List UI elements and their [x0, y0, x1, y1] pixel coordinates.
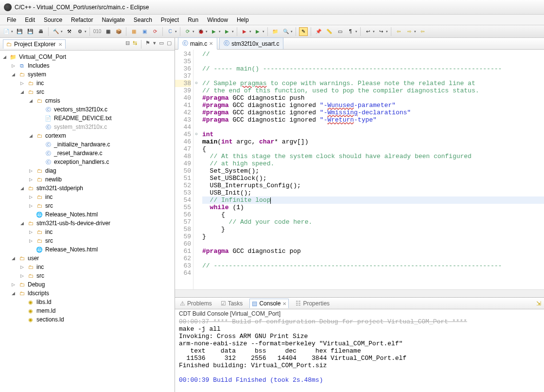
view-menu-icon[interactable]: ▾ — [153, 40, 156, 49]
console-output[interactable]: 00:00:37 **** Build of configuration Deb… — [175, 318, 544, 392]
tree-item[interactable]: ▷🗀src — [2, 236, 175, 245]
tree-item[interactable]: ▷🗀src — [2, 271, 175, 280]
minimize-icon[interactable]: ▭ — [159, 40, 164, 49]
tree-item[interactable]: ▷🗀src — [2, 201, 175, 210]
tree-item[interactable]: ◢🗀cortexm — [2, 131, 175, 140]
collapse-icon[interactable]: ◢ — [2, 54, 7, 59]
expand-icon[interactable]: ▷ — [11, 63, 16, 68]
save-icon[interactable]: 💾 — [15, 27, 24, 36]
package-icon[interactable]: 📦 — [114, 27, 123, 36]
build-icon[interactable]: 🔨 — [52, 27, 60, 36]
expand-icon[interactable]: ▷ — [19, 273, 25, 278]
collapse-icon[interactable]: ◢ — [19, 186, 25, 191]
block-select-icon[interactable]: ▭ — [335, 27, 344, 36]
tree-item[interactable]: ▷🗀inc — [2, 79, 175, 88]
tree-item[interactable]: 🌐Release_Notes.html — [2, 210, 175, 219]
menu-run[interactable]: Run — [184, 16, 202, 24]
tree-item[interactable]: ▷🗀newlib — [2, 175, 175, 184]
tree-item[interactable]: ▷🗀inc — [2, 228, 175, 236]
expand-icon[interactable]: ▷ — [19, 265, 25, 269]
tab-problems[interactable]: ⚠Problems — [178, 299, 214, 308]
code-editor[interactable]: 3435363738394041424344454647484950515253… — [175, 50, 544, 289]
maximize-icon[interactable]: ▢ — [167, 40, 172, 49]
tree-item[interactable]: ◢🗀src — [2, 88, 175, 96]
grid-icon[interactable]: ▦ — [129, 27, 138, 36]
tree-item[interactable]: ◉sections.ld — [2, 315, 175, 324]
collapse-icon[interactable]: ◢ — [11, 72, 16, 77]
folder-open-icon[interactable]: 📁 — [271, 27, 280, 36]
tree-item[interactable]: ▷🗀diag — [2, 166, 175, 175]
tree-item[interactable]: ▷🗀inc — [2, 193, 175, 201]
tree-item[interactable]: ⓒsystem_stm32f10x.c — [2, 123, 175, 131]
tree-item[interactable]: ▷⧉Includes — [2, 61, 175, 70]
tree-item[interactable]: ▷🗀inc — [2, 263, 175, 271]
filter-icon[interactable]: ⚑ — [145, 40, 150, 49]
menu-search[interactable]: Search — [130, 16, 156, 24]
nav-back-drop-icon[interactable]: ↩ — [364, 27, 372, 36]
code-area[interactable]: //// ----- main() ----------------------… — [199, 50, 544, 289]
build-all-icon[interactable]: ⚒ — [65, 27, 73, 36]
expand-icon[interactable]: ▷ — [28, 195, 34, 199]
collapse-icon[interactable]: ◢ — [11, 256, 16, 261]
new-icon[interactable]: 📄 — [2, 27, 11, 36]
tree-item[interactable]: ◉mem.ld — [2, 306, 175, 315]
close-icon[interactable]: ✕ — [282, 301, 286, 306]
debug-icon[interactable]: 🐞 — [196, 27, 205, 36]
show-whitespace-icon[interactable]: ¶ — [346, 27, 355, 36]
tree-item[interactable]: ⓒ_initialize_hardware.c — [2, 140, 175, 149]
tree-item[interactable]: ▷🗀Debug — [2, 280, 175, 289]
collapse-icon[interactable]: ◢ — [19, 221, 25, 226]
tab-tasks[interactable]: ☑Tasks — [219, 299, 245, 308]
expand-icon[interactable]: ▷ — [11, 282, 16, 287]
close-icon[interactable]: ✕ — [209, 41, 213, 46]
tree-item[interactable]: ◢🗀system — [2, 70, 175, 79]
tree-item[interactable]: ◢🗀ldscripts — [2, 289, 175, 298]
menu-file[interactable]: File — [3, 16, 20, 24]
editor-tab[interactable]: ⓒstm32f10x_usart.c — [219, 37, 283, 50]
pin-icon[interactable]: 📌 — [314, 27, 323, 36]
collapse-all-icon[interactable]: ⊟ — [125, 40, 130, 49]
horizontal-scrollbar[interactable] — [175, 289, 544, 297]
expand-icon[interactable]: ▷ — [28, 168, 34, 173]
expand-icon[interactable]: ▷ — [28, 238, 34, 243]
menu-source[interactable]: Source — [40, 16, 66, 24]
menu-refactor[interactable]: Refactor — [67, 16, 97, 24]
tree-item[interactable]: 🌐Release_Notes.html — [2, 245, 175, 254]
ruler-icon[interactable]: 📏 — [325, 27, 333, 36]
chip-icon[interactable]: ▦ — [104, 27, 112, 36]
close-icon[interactable]: ✕ — [58, 42, 62, 47]
tree-item[interactable]: ◢🗀user — [2, 254, 175, 263]
tree-item[interactable]: ◢🗀stm32f1-stdperiph — [2, 184, 175, 193]
expand-icon[interactable]: ▷ — [19, 81, 25, 86]
menu-edit[interactable]: Edit — [21, 16, 39, 24]
tree-item[interactable]: ◢📁Virtual_COM_Port — [2, 53, 175, 61]
expand-icon[interactable]: ▷ — [28, 230, 34, 234]
collapse-icon[interactable]: ◢ — [28, 133, 34, 138]
binary-icon[interactable]: 010 — [93, 27, 102, 36]
tree-item[interactable]: 📄README_DEVICE.txt — [2, 114, 175, 123]
tree-item[interactable]: ◢🗀cmsis — [2, 96, 175, 105]
restore-icon[interactable]: ⇲ — [536, 300, 541, 307]
tree-item[interactable]: ⓒexception_handlers.c — [2, 158, 175, 166]
run-last-icon[interactable]: ▶ — [240, 27, 249, 36]
coverage-icon[interactable]: ▶ — [223, 27, 231, 36]
c-icon[interactable]: C — [166, 27, 175, 36]
target-icon[interactable]: ⚙ — [75, 27, 84, 36]
tab-console[interactable]: ▤Console✕ — [249, 299, 289, 308]
back-icon[interactable]: ⇦ — [394, 27, 403, 36]
toggle-mark-icon[interactable]: ✎ — [299, 27, 308, 36]
search-icon[interactable]: 🔍 — [281, 27, 290, 36]
board-icon[interactable]: ▣ — [140, 27, 149, 36]
run-icon[interactable]: ▶ — [210, 27, 218, 36]
menu-navigate[interactable]: Navigate — [98, 16, 128, 24]
print-icon[interactable]: 🖶 — [36, 27, 45, 36]
tree-item[interactable]: ◉libs.ld — [2, 298, 175, 306]
editor-tab[interactable]: ⓒmain.c✕ — [178, 37, 217, 50]
collapse-icon[interactable]: ◢ — [28, 98, 34, 103]
ext-tools-icon[interactable]: ▶ — [253, 27, 262, 36]
save-all-icon[interactable]: 💾 — [26, 27, 35, 36]
collapse-icon[interactable]: ◢ — [11, 291, 16, 296]
up-icon[interactable]: ⇦ — [418, 27, 427, 36]
tab-properties[interactable]: ☷Properties — [294, 299, 332, 308]
menu-window[interactable]: Window — [203, 16, 232, 24]
